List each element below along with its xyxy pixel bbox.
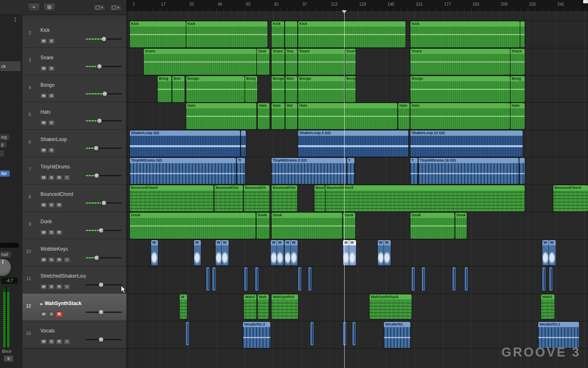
scroll-down-icon[interactable]: ▼ (14, 20, 17, 22)
scroll-up-icon[interactable]: ▲ (14, 16, 17, 19)
solo-button[interactable]: S (48, 230, 55, 235)
track-header-bongo[interactable]: 4BongoMS (22, 75, 127, 103)
slider-knob[interactable] (99, 310, 103, 314)
slider-knob[interactable] (102, 92, 107, 96)
volume-slider[interactable] (86, 201, 122, 205)
region-bouncedchord[interactable]: BouncedChord (325, 185, 525, 211)
track-header-shakerloop[interactable]: 6ShakerLoopMS (22, 130, 127, 157)
region-wah[interactable]: Wah (258, 294, 269, 319)
track-header-bouncedchord[interactable]: 8BouncedChordMSR (22, 184, 127, 212)
volume-slider[interactable] (86, 337, 122, 342)
region-donk[interactable]: Donk (130, 213, 256, 239)
region-donk[interactable]: Donk (343, 213, 355, 239)
region-hats[interactable]: Hats (410, 103, 510, 129)
volume-slider[interactable] (86, 146, 122, 150)
track-header-hats[interactable]: 5HatsMS (22, 102, 127, 130)
slider-knob[interactable] (102, 37, 106, 41)
region-bong[interactable]: Bong (245, 76, 257, 102)
mute-button[interactable]: M (40, 66, 47, 71)
region-stretchedshakerloop[interactable] (255, 267, 258, 291)
volume-slider[interactable] (86, 283, 122, 287)
input-monitor-button[interactable]: I (64, 284, 70, 289)
region-bongo[interactable]: Bongo (410, 76, 510, 102)
region-w[interactable]: W (291, 240, 298, 265)
region-bouncedchord[interactable]: BouncedChord (553, 185, 588, 211)
region-w[interactable]: W (549, 240, 556, 265)
region-hats[interactable]: Hats (272, 103, 285, 129)
record-enable-button[interactable]: R (56, 202, 62, 208)
mute-button[interactable]: M (40, 120, 47, 126)
volume-slider[interactable] (86, 92, 122, 96)
region-ti[interactable]: Ti (237, 158, 245, 184)
region-vocals-01[interactable]: Vocals#01. (384, 322, 410, 348)
solo-button[interactable]: S (48, 93, 55, 99)
add-track-button[interactable]: + (28, 3, 40, 11)
region-vocals[interactable] (343, 322, 346, 346)
region-tinyhitdrums-3[interactable]: TinyHitDrums.3 ΩΩ (272, 158, 346, 184)
record-enable-button[interactable]: R (56, 284, 62, 289)
region-hats[interactable]: Hats (510, 103, 525, 129)
region-t[interactable]: T (347, 158, 354, 184)
solo-button[interactable]: S (48, 38, 55, 44)
region-kick[interactable]: Kick (130, 21, 186, 47)
region-bong[interactable]: Bong (345, 76, 356, 102)
region-donk[interactable]: Donk (455, 213, 467, 239)
region-kick[interactable] (520, 21, 525, 47)
region-snare[interactable]: Snare (272, 49, 285, 75)
region-bong[interactable]: Bong (158, 76, 172, 102)
solo-button[interactable]: S (48, 257, 55, 263)
region-bongo[interactable]: Bongo (298, 76, 345, 102)
region-donk[interactable]: Donk (410, 213, 454, 239)
region-donk[interactable]: Donk (256, 213, 270, 239)
slider-knob[interactable] (99, 283, 103, 287)
region-wahsynthst[interactable]: WahSynthSt (272, 294, 298, 319)
region-t[interactable]: T (410, 158, 418, 184)
region-hats[interactable]: Hats (298, 103, 397, 129)
slider-knob[interactable] (94, 146, 98, 150)
region-bon[interactable]: Bon (172, 76, 185, 102)
region-snare[interactable]: Snare (298, 49, 345, 75)
mute-button[interactable]: M (40, 148, 47, 153)
mute-button[interactable]: M (40, 339, 47, 344)
region-snare[interactable]: Snare (510, 49, 525, 75)
solo-button[interactable]: S (48, 120, 55, 126)
slider-knob[interactable] (99, 337, 103, 342)
track-header-vocals[interactable]: 16VocalsMSRI (22, 321, 127, 348)
solo-button[interactable]: S (48, 148, 55, 153)
input-monitor-button[interactable]: I (64, 339, 70, 344)
region-hats[interactable]: Hats (398, 103, 410, 129)
region-vocals[interactable] (310, 322, 314, 346)
region-bouncedcho[interactable]: BouncedCho (272, 185, 297, 211)
mute-button[interactable]: M (40, 284, 47, 289)
region-tinyhitdrums-16[interactable]: TinyHitDrums.16 ΩΩ (419, 158, 519, 184)
volume-slider[interactable] (86, 64, 122, 69)
solo-button[interactable]: S (4, 355, 13, 362)
region-kick[interactable]: Kick (186, 21, 267, 47)
slider-knob[interactable] (94, 173, 99, 178)
region-wahs[interactable]: WahS (244, 294, 256, 319)
region-stretchedshakerloop[interactable] (206, 267, 209, 291)
pan-knob[interactable] (0, 259, 11, 276)
region-bongo[interactable]: Bongo (272, 76, 285, 102)
input-monitor-button[interactable]: I (64, 257, 70, 263)
mute-button[interactable]: M (40, 312, 47, 317)
solo-button[interactable]: S (48, 175, 55, 180)
region-bon[interactable]: Bon (285, 76, 297, 102)
region-tinyhitdrums[interactable] (519, 158, 525, 184)
record-enable-button[interactable]: R (56, 257, 62, 263)
solo-button[interactable]: S (48, 284, 55, 289)
drag-mode-dropdown[interactable]: ▾ (93, 4, 105, 11)
region-stretchedshakerloop[interactable] (308, 267, 312, 291)
track-header-stretchedshakerloop[interactable]: 11StretchedShakerLoopMSRI (22, 266, 127, 294)
mute-button[interactable]: M (40, 38, 47, 44)
volume-slider[interactable] (86, 119, 122, 123)
playhead-marker-icon[interactable] (342, 10, 347, 16)
scroll-arrows-icon[interactable]: ▲ ▼ (14, 16, 17, 23)
region-stretchedshakerloop[interactable] (452, 267, 456, 291)
region-boun[interactable]: Boun (314, 185, 325, 211)
region-wahs[interactable]: WahS (541, 294, 555, 319)
region-stretchedshakerloop[interactable] (465, 267, 468, 291)
region-snare[interactable]: Snare (410, 49, 510, 75)
region-hats[interactable]: Hats (186, 103, 256, 129)
region-donk[interactable]: Donk (272, 213, 342, 239)
